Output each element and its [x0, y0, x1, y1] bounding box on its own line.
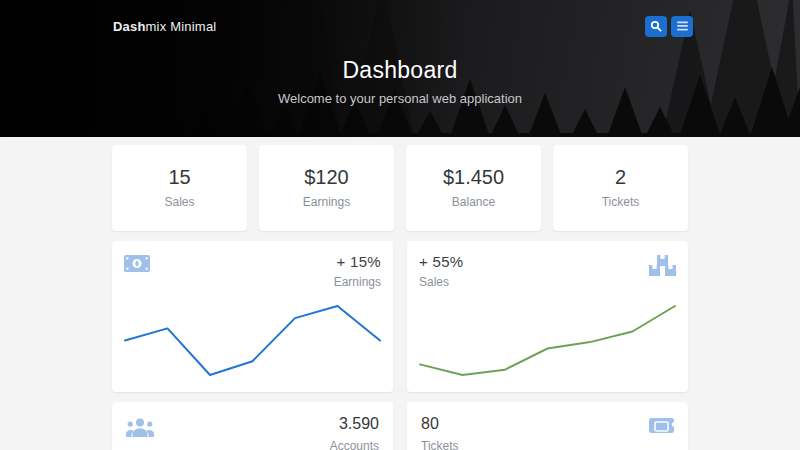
sales-line-chart	[407, 296, 688, 392]
search-icon	[650, 20, 662, 32]
hamburger-icon	[677, 21, 688, 31]
tickets-value: 80	[421, 415, 459, 433]
stat-label: Balance	[452, 195, 495, 209]
stat-card-tickets: 2 Tickets	[553, 145, 688, 231]
stat-label: Tickets	[602, 195, 640, 209]
hero-text: Dashboard Welcome to your personal web a…	[0, 57, 800, 106]
sales-delta: + 55%	[419, 253, 463, 270]
users-icon	[126, 418, 154, 450]
main-content: 15 Sales $120 Earnings $1.450 Balance 2 …	[112, 145, 688, 450]
tickets-label: Tickets	[421, 439, 459, 450]
cubes-icon	[649, 255, 676, 276]
stat-label: Earnings	[303, 195, 350, 209]
page-title: Dashboard	[0, 57, 800, 84]
stat-value: $120	[304, 167, 349, 187]
summary-row: 3.590 Accounts 80 Tickets	[112, 402, 688, 450]
stat-card-earnings: $120 Earnings	[259, 145, 394, 231]
sales-chart-card: + 55% Sales	[407, 241, 688, 392]
stats-row: 15 Sales $120 Earnings $1.450 Balance 2 …	[112, 145, 688, 231]
nav-buttons	[645, 16, 693, 37]
brand-rest: mix Minimal	[146, 19, 217, 34]
charts-row: + 15% Earnings + 55% Sales	[112, 241, 688, 392]
stat-label: Sales	[164, 195, 194, 209]
stat-value: 15	[168, 167, 190, 187]
accounts-card: 3.590 Accounts	[112, 402, 393, 450]
earnings-line-chart	[112, 296, 393, 392]
tickets-card: 80 Tickets	[407, 402, 688, 450]
sales-delta-label: Sales	[419, 275, 463, 289]
ticket-icon	[649, 418, 674, 450]
page-subtitle: Welcome to your personal web application	[0, 91, 800, 106]
stat-card-sales: 15 Sales	[112, 145, 247, 231]
brand-bold: Dash	[113, 19, 146, 34]
earnings-chart-card: + 15% Earnings	[112, 241, 393, 392]
menu-button[interactable]	[671, 16, 693, 37]
navbar: Dashmix Minimal	[0, 0, 800, 42]
accounts-value: 3.590	[330, 415, 379, 433]
stat-value: 2	[615, 167, 626, 187]
accounts-label: Accounts	[330, 439, 379, 450]
stat-card-balance: $1.450 Balance	[406, 145, 541, 231]
money-bill-icon	[124, 255, 150, 272]
brand-logo[interactable]: Dashmix Minimal	[113, 19, 216, 34]
hero-header: Dashmix Minimal	[0, 0, 800, 137]
earnings-delta-label: Earnings	[334, 275, 381, 289]
earnings-delta: + 15%	[334, 253, 381, 270]
search-button[interactable]	[645, 16, 667, 37]
stat-value: $1.450	[443, 167, 504, 187]
